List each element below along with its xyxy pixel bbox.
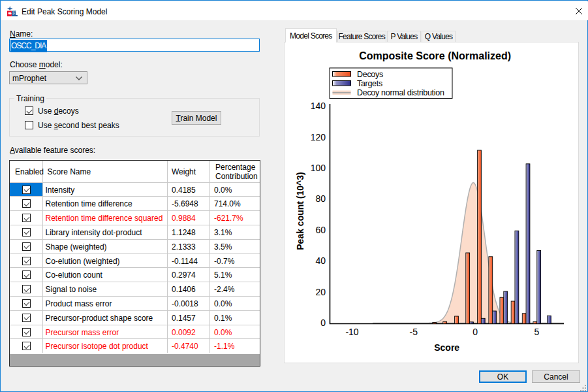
- svg-text:-5: -5: [410, 327, 418, 337]
- svg-text:80: 80: [315, 193, 326, 204]
- svg-text:Decoy normal distribution: Decoy normal distribution: [357, 88, 444, 97]
- svg-text:Decoys: Decoys: [357, 70, 383, 79]
- svg-text:20: 20: [315, 287, 326, 297]
- svg-text:40: 40: [315, 255, 326, 266]
- svg-text:Peak count (10^3): Peak count (10^3): [295, 172, 305, 250]
- svg-text:0: 0: [472, 327, 478, 337]
- svg-text:60: 60: [315, 225, 326, 235]
- svg-text:100: 100: [311, 163, 326, 173]
- svg-text:140: 140: [311, 101, 326, 111]
- svg-text:Composite Score (Normalized): Composite Score (Normalized): [359, 50, 511, 61]
- svg-text:-10: -10: [345, 327, 358, 337]
- svg-text:120: 120: [311, 132, 326, 142]
- svg-text:5: 5: [534, 327, 540, 337]
- svg-text:Score: Score: [434, 342, 459, 353]
- svg-text:0: 0: [320, 318, 326, 328]
- svg-text:Targets: Targets: [357, 79, 382, 88]
